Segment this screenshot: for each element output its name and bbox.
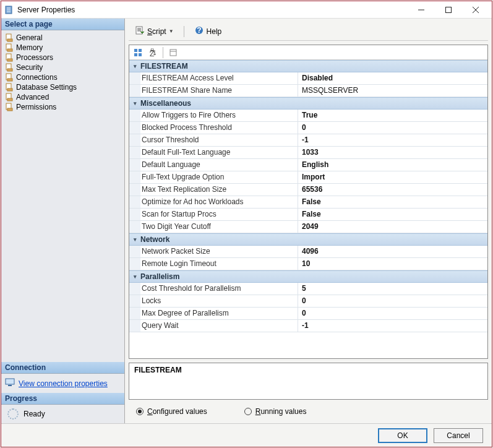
help-icon: ? xyxy=(194,25,204,37)
description-title: FILESTREAM xyxy=(134,366,482,374)
property-row[interactable]: Blocked Process Threshold0 xyxy=(129,122,487,134)
svg-rect-11 xyxy=(7,49,12,51)
property-value[interactable]: -1 xyxy=(298,320,487,332)
page-item-label: Database Settings xyxy=(16,83,77,92)
collapse-icon[interactable]: ▾ xyxy=(129,100,140,106)
page-icon xyxy=(5,53,14,62)
property-value[interactable]: English xyxy=(298,159,487,171)
page-item-label: Connections xyxy=(16,73,58,82)
alphabetical-button[interactable]: AZ xyxy=(147,46,159,59)
property-name: Max Text Replication Size xyxy=(140,184,298,196)
categorized-button[interactable] xyxy=(132,46,144,59)
close-button[interactable] xyxy=(462,2,489,17)
property-name: Allow Triggers to Fire Others xyxy=(140,110,298,121)
property-value[interactable]: Disabled xyxy=(298,72,487,84)
property-pages-button[interactable] xyxy=(167,46,179,59)
page-item-memory[interactable]: Memory xyxy=(1,43,124,53)
body: Select a page GeneralMemoryProcessorsSec… xyxy=(1,19,492,423)
property-value[interactable]: 0 xyxy=(298,122,487,134)
svg-rect-32 xyxy=(139,53,142,56)
property-row[interactable]: Allow Triggers to Fire OthersTrue xyxy=(129,110,487,122)
property-row[interactable]: Max Text Replication Size65536 xyxy=(129,184,487,196)
property-value[interactable]: MSSQLSERVER xyxy=(298,85,487,97)
svg-rect-9 xyxy=(7,39,12,41)
category-row-filestream[interactable]: ▾FILESTREAM xyxy=(129,60,487,72)
row-gutter xyxy=(129,122,140,134)
help-button[interactable]: ? Help xyxy=(192,24,225,38)
page-item-label: Processors xyxy=(16,53,53,62)
select-page-header: Select a page xyxy=(1,19,124,30)
property-row[interactable]: Cursor Threshold-1 xyxy=(129,134,487,147)
monitor-icon xyxy=(5,377,15,389)
collapse-icon[interactable]: ▾ xyxy=(129,274,140,280)
property-value[interactable]: False xyxy=(298,196,487,208)
property-row[interactable]: Default LanguageEnglish xyxy=(129,159,487,171)
configured-values-radio[interactable]: Configured values xyxy=(136,407,207,416)
svg-rect-5 xyxy=(446,7,452,12)
property-row[interactable]: Locks0 xyxy=(129,295,487,308)
property-value[interactable]: 2049 xyxy=(298,221,487,233)
row-gutter xyxy=(129,134,140,146)
progress-status: Ready xyxy=(24,410,45,418)
maximize-button[interactable] xyxy=(435,2,462,17)
page-icon xyxy=(5,83,14,92)
svg-text:?: ? xyxy=(197,26,201,35)
page-item-label: General xyxy=(16,33,43,42)
property-value[interactable]: 65536 xyxy=(298,184,487,196)
property-row[interactable]: Cost Threshold for Parallelism5 xyxy=(129,283,487,295)
property-row[interactable]: Default Full-Text Language1033 xyxy=(129,147,487,159)
running-values-label: Running values xyxy=(255,407,307,416)
running-values-radio[interactable]: Running values xyxy=(244,407,307,416)
grid-body[interactable]: ▾FILESTREAMFILESTREAM Access LevelDisabl… xyxy=(129,60,487,358)
property-row[interactable]: Network Packet Size4096 xyxy=(129,246,487,258)
page-item-general[interactable]: General xyxy=(1,33,124,43)
property-name: FILESTREAM Access Level xyxy=(140,72,298,84)
page-icon xyxy=(5,93,14,101)
minimize-button[interactable] xyxy=(408,2,435,17)
property-value[interactable]: Import xyxy=(298,171,487,183)
page-item-processors[interactable]: Processors xyxy=(1,53,124,62)
property-value[interactable]: True xyxy=(298,110,487,121)
page-item-database-settings[interactable]: Database Settings xyxy=(1,82,124,92)
property-value[interactable]: 4096 xyxy=(298,246,487,257)
property-row[interactable]: Full-Text Upgrade OptionImport xyxy=(129,171,487,184)
page-item-security[interactable]: Security xyxy=(1,62,124,72)
progress-section: Ready xyxy=(1,405,124,423)
cancel-button[interactable]: Cancel xyxy=(434,428,483,443)
row-gutter xyxy=(129,209,140,220)
ok-button[interactable]: OK xyxy=(378,428,427,443)
property-row[interactable]: FILESTREAM Share NameMSSQLSERVER xyxy=(129,85,487,97)
view-connection-properties-link[interactable]: View connection properties xyxy=(19,379,108,388)
collapse-icon[interactable]: ▾ xyxy=(129,63,140,69)
toolbar-separator xyxy=(184,26,184,37)
collapse-icon[interactable]: ▾ xyxy=(129,236,140,243)
page-item-advanced[interactable]: Advanced xyxy=(1,92,124,102)
property-row[interactable]: FILESTREAM Access LevelDisabled xyxy=(129,72,487,85)
grid-toolbar-separator xyxy=(163,47,163,58)
page-item-permissions[interactable]: Permissions xyxy=(1,102,124,112)
property-value[interactable]: 5 xyxy=(298,283,487,295)
row-gutter xyxy=(129,221,140,233)
page-item-connections[interactable]: Connections xyxy=(1,72,124,82)
category-row-network[interactable]: ▾Network xyxy=(129,233,487,246)
property-value[interactable]: 0 xyxy=(298,308,487,319)
property-value[interactable]: -1 xyxy=(298,134,487,146)
property-row[interactable]: Remote Login Timeout10 xyxy=(129,258,487,270)
page-item-label: Memory xyxy=(16,43,43,52)
property-row[interactable]: Scan for Startup ProcsFalse xyxy=(129,209,487,221)
property-row[interactable]: Optimize for Ad hoc WorkloadsFalse xyxy=(129,196,487,209)
titlebar: Server Properties xyxy=(1,1,492,19)
property-value[interactable]: 0 xyxy=(298,295,487,307)
property-value[interactable]: 1033 xyxy=(298,147,487,158)
category-row-miscellaneous[interactable]: ▾Miscellaneous xyxy=(129,97,487,110)
property-value[interactable]: 10 xyxy=(298,258,487,270)
property-row[interactable]: Query Wait-1 xyxy=(129,320,487,332)
configured-values-label: Configured values xyxy=(147,407,207,416)
svg-text:Z: Z xyxy=(150,50,154,57)
property-row[interactable]: Max Degree of Parallelism0 xyxy=(129,308,487,320)
category-row-parallelism[interactable]: ▾Parallelism xyxy=(129,270,487,283)
property-value[interactable]: False xyxy=(298,209,487,220)
page-icon xyxy=(5,103,14,111)
property-row[interactable]: Two Digit Year Cutoff2049 xyxy=(129,221,487,233)
script-button[interactable]: Script ▼ xyxy=(132,24,176,38)
